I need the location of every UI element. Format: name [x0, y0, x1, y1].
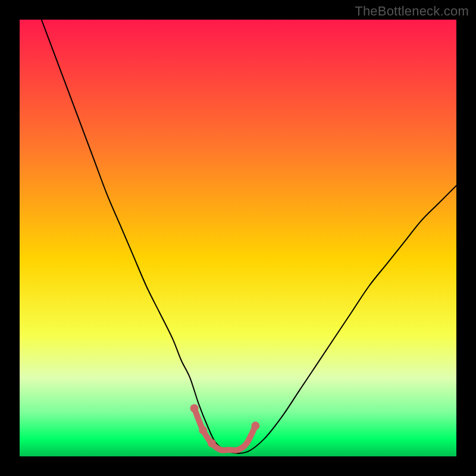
plot-background — [20, 20, 456, 456]
highlight-band-marker — [199, 426, 207, 434]
highlight-band-marker — [208, 439, 216, 447]
bottleneck-chart — [0, 0, 476, 476]
chart-container: TheBottleneck.com — [0, 0, 476, 476]
watermark-text: TheBottleneck.com — [355, 4, 469, 19]
highlight-band-marker — [251, 422, 259, 430]
highlight-band-marker — [190, 404, 199, 412]
